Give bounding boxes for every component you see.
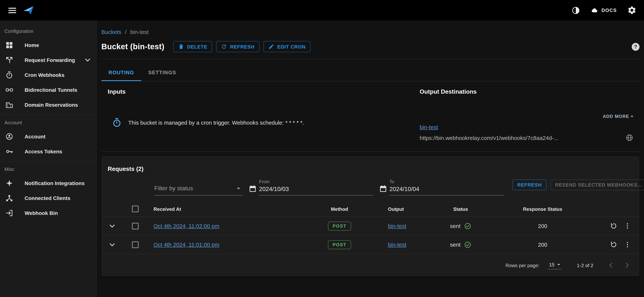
settings-gear-icon[interactable] (627, 6, 636, 15)
sidebar-item-domain-reservations[interactable]: Domain Reservations (0, 97, 96, 112)
expand-row-icon[interactable] (108, 222, 116, 230)
table-header-row: Received At Method Output Status Respons… (101, 201, 640, 217)
edit-cron-button[interactable]: EDIT CRON (264, 41, 310, 52)
docs-link[interactable]: DOCS (591, 7, 617, 14)
from-date-field[interactable]: From 2024/10/03 (259, 179, 373, 195)
method-badge: POST (328, 221, 351, 230)
output-link[interactable]: bin-test (388, 223, 406, 229)
sidebar-item-webhook-bin[interactable]: Webhook Bin (0, 206, 96, 220)
topbar: DOCS (0, 0, 644, 21)
method-badge: POST (328, 240, 351, 249)
sidebar-item-label: Account (24, 134, 46, 140)
delete-button[interactable]: DELETE (173, 41, 212, 52)
tab-routing[interactable]: ROUTING (101, 64, 141, 81)
retry-webhook-icon[interactable] (610, 241, 618, 248)
received-at-link[interactable]: Oct 4th 2024, 11:01:00 pm (154, 241, 219, 248)
pencil-icon (268, 44, 274, 50)
refresh-button[interactable]: REFRESH (216, 41, 260, 52)
sidebar-item-bidirectional-tunnels[interactable]: Bidirectional Tunnels (0, 83, 96, 97)
pagination-range: 1-2 of 2 (577, 262, 593, 268)
to-date-field[interactable]: To 2024/10/04 (390, 179, 504, 195)
next-page-icon[interactable] (623, 261, 631, 269)
sidebar-item-label: Webhook Bin (24, 210, 58, 216)
from-calendar-icon[interactable] (248, 185, 257, 193)
requests-panel: Requests (2) Filter by status From 2024/… (101, 156, 640, 276)
row-checkbox[interactable] (132, 241, 139, 248)
menu-icon[interactable] (8, 6, 17, 15)
tab-settings[interactable]: SETTINGS (141, 64, 183, 81)
sidebar-section-label: Account (0, 118, 96, 127)
globe-icon[interactable] (625, 134, 634, 142)
caret-down-icon (555, 261, 562, 268)
docs-label: DOCS (602, 8, 617, 13)
more-vert-icon[interactable] (624, 222, 631, 230)
to-date-value[interactable]: 2024/10/04 (390, 186, 504, 195)
row-checkbox[interactable] (132, 223, 139, 229)
output-link[interactable]: bin-test (388, 241, 406, 248)
sidebar-section-account: AccountAccountAccess Tokens (0, 115, 96, 159)
tab-bar: ROUTING SETTINGS (101, 64, 640, 81)
sidebar-item-account[interactable]: Account (0, 129, 96, 144)
app-root: DOCS ConfigurationHomeRequest Forwarding… (0, 0, 644, 297)
col-output: Output (368, 206, 427, 212)
chevron-down-icon[interactable] (84, 56, 92, 64)
sidebar-section-configuration: ConfigurationHomeRequest ForwardingCron … (0, 27, 96, 112)
col-received-at: Received At (148, 206, 312, 212)
exit-to-app-icon (5, 209, 14, 217)
sidebar-item-label: Home (24, 42, 39, 48)
col-method: Method (312, 206, 368, 212)
output-destination-link[interactable]: bin-test (420, 124, 438, 130)
sidebar: ConfigurationHomeRequest ForwardingCron … (0, 21, 96, 297)
cloud-icon (591, 7, 598, 14)
sidebar-section-label: Misc (0, 165, 96, 173)
add-more-link[interactable]: ADD MORE + (603, 114, 634, 119)
call-split-icon (5, 56, 14, 64)
refresh-icon (221, 44, 227, 50)
dashboard-grid-icon (5, 41, 14, 49)
table-row: Oct 4th 2024, 11:01:00 pmPOSTbin-testsen… (101, 235, 640, 254)
app-logo[interactable] (23, 5, 34, 16)
breadcrumb-current: bin-test (130, 29, 148, 35)
routing-panel: Inputs This bucket is managed by a cron … (101, 81, 640, 152)
sidebar-section-misc: MiscNotification IntegrationsConnected C… (0, 161, 96, 220)
select-all-checkbox[interactable] (132, 206, 139, 212)
more-vert-icon[interactable] (624, 241, 631, 248)
theme-toggle-icon[interactable] (571, 6, 580, 15)
cron-notice: This bucket is managed by a cron trigger… (128, 119, 304, 126)
expand-row-icon[interactable] (108, 240, 116, 249)
previous-page-icon[interactable] (607, 261, 615, 269)
sidebar-item-request-forwarding[interactable]: Request Forwarding (0, 53, 96, 68)
from-date-value[interactable]: 2024/10/03 (259, 186, 373, 195)
retry-webhook-icon[interactable] (610, 222, 618, 230)
received-at-link[interactable]: Oct 4th 2024, 11:02:00 pm (154, 223, 219, 229)
sidebar-item-access-tokens[interactable]: Access Tokens (0, 144, 96, 159)
output-url: https://bin.webhookrelay.com/v1/webhooks… (420, 135, 558, 141)
requests-refresh-button[interactable]: REFRESH (512, 179, 546, 190)
sidebar-item-label: Bidirectional Tunnels (24, 87, 77, 93)
response-status: 200 (494, 241, 591, 248)
header-divider (101, 59, 640, 59)
requests-filter-row: Filter by status From 2024/10/03 To 2024… (101, 172, 640, 195)
caret-down-icon (234, 184, 242, 192)
page-title: Bucket (bin-test) (101, 42, 164, 51)
status-filter-select[interactable]: Filter by status (154, 184, 242, 195)
sidebar-item-connected-clients[interactable]: Connected Clients (0, 191, 96, 206)
page-header: Bucket (bin-test) DELETE REFRESH EDIT CR… (101, 41, 640, 52)
sidebar-section-label: Configuration (0, 27, 96, 36)
table-row: Oct 4th 2024, 11:02:00 pmPOSTbin-testsen… (101, 217, 640, 235)
rows-per-page-select[interactable]: 15 (548, 261, 562, 269)
breadcrumb-separator: / (125, 29, 126, 35)
account-circle-icon (5, 132, 14, 141)
breadcrumb-buckets-link[interactable]: Buckets (101, 29, 121, 35)
table-pagination: Rows per page: 15 1-2 of 2 (101, 254, 640, 276)
help-icon[interactable] (632, 43, 640, 51)
tunnel-icon (5, 86, 14, 94)
sidebar-item-home[interactable]: Home (0, 38, 96, 53)
sidebar-item-label: Cron Webhooks (24, 72, 64, 78)
sidebar-item-cron-webhooks[interactable]: Cron Webhooks (0, 68, 96, 83)
sidebar-item-notification-integrations[interactable]: Notification Integrations (0, 176, 96, 191)
response-status: 200 (494, 223, 591, 229)
sidebar-item-label: Notification Integrations (24, 180, 84, 186)
status-text: sent (450, 223, 461, 229)
to-calendar-icon[interactable] (379, 185, 387, 193)
